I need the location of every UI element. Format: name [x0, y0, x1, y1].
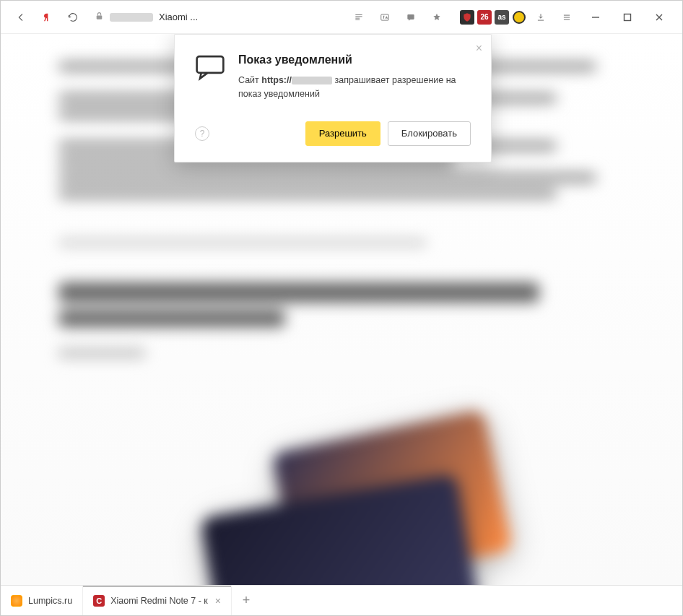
notification-permission-popover: × Показ уведомлений Сайт https:// запраш…	[174, 34, 492, 162]
tab-label: Xiaomi Redmi Note 7 - к	[110, 596, 208, 606]
window-maximize-button[interactable]	[613, 6, 642, 28]
speech-bubble-icon	[195, 53, 225, 84]
new-tab-button[interactable]: +	[232, 586, 261, 615]
translate-icon[interactable]	[373, 6, 396, 29]
popover-body-prefix: Сайт	[238, 75, 259, 85]
svg-rect-3	[625, 14, 631, 20]
page-viewport: × Показ уведомлений Сайт https:// запраш…	[1, 34, 682, 585]
svg-rect-2	[407, 14, 414, 19]
svg-rect-0	[97, 15, 103, 19]
extension-circle-icon[interactable]	[512, 10, 526, 25]
window-minimize-button[interactable]	[581, 6, 610, 28]
comment-icon[interactable]	[399, 6, 422, 29]
reader-mode-icon[interactable]	[347, 6, 370, 29]
page-title: Xiaomi ...	[159, 12, 198, 22]
favicon-icon: C	[93, 595, 105, 607]
downloads-button[interactable]	[529, 6, 552, 29]
tab-close-button[interactable]: ×	[215, 595, 221, 607]
address-domain-smudge	[110, 13, 153, 22]
tab-lumpics[interactable]: Lumpics.ru	[1, 586, 83, 615]
popover-close-button[interactable]: ×	[476, 42, 482, 55]
allow-button[interactable]: Разрешить	[305, 121, 380, 146]
svg-rect-1	[381, 14, 389, 19]
tab-strip: Lumpics.ru C Xiaomi Redmi Note 7 - к × +	[1, 585, 682, 615]
popover-site-smudge	[292, 77, 332, 84]
extension-lastfm-badge[interactable]: as	[495, 10, 509, 25]
block-button[interactable]: Блокировать	[388, 121, 471, 146]
menu-button[interactable]	[555, 6, 578, 29]
extension-calendar-badge[interactable]: 26	[477, 10, 492, 25]
help-icon[interactable]: ?	[195, 126, 209, 141]
bookmark-star-icon[interactable]	[425, 6, 448, 29]
reload-button[interactable]	[61, 6, 84, 29]
tab-label: Lumpics.ru	[28, 596, 72, 606]
popover-body: Сайт https:// запрашивает разрешение на …	[238, 74, 471, 101]
window-close-button[interactable]	[645, 6, 674, 28]
lock-icon	[95, 11, 104, 24]
browser-toolbar: Xiaomi ... 26 as	[1, 1, 682, 34]
popover-body-protocol: https://	[261, 75, 292, 85]
tab-xiaomi[interactable]: C Xiaomi Redmi Note 7 - к ×	[83, 586, 232, 615]
back-button[interactable]	[9, 6, 32, 29]
svg-rect-4	[197, 56, 224, 73]
popover-title: Показ уведомлений	[238, 53, 471, 66]
favicon-icon	[11, 595, 22, 607]
extension-shield-icon[interactable]	[460, 10, 474, 25]
address-bar[interactable]: Xiaomi ...	[87, 6, 344, 28]
yandex-home-button[interactable]	[35, 6, 58, 29]
